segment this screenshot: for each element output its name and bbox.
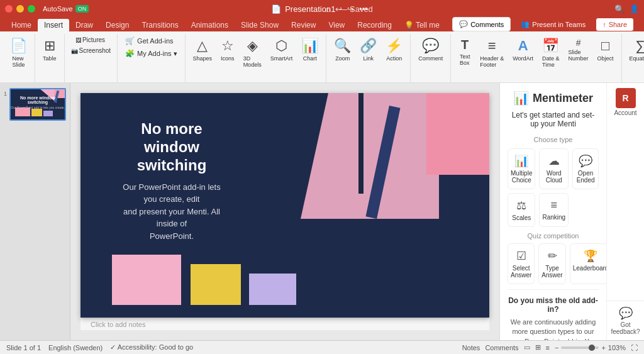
powerpoint-icon: 📄	[271, 4, 281, 14]
saved-status: — Saved	[339, 4, 372, 14]
titlebar-right: 🔍 👤	[614, 4, 639, 14]
3dmodels-button[interactable]: ◈ 3DModels	[240, 35, 265, 70]
view-grid-icon[interactable]: ⊞	[535, 343, 541, 351]
tab-view[interactable]: View	[322, 19, 351, 31]
slide-thumbnail[interactable]: No more window switching Our PowerPoint …	[9, 88, 66, 121]
old-addin-text: We are continuously adding more question…	[508, 318, 599, 340]
menti-quiz-grid: ☑ Select Answer ✏ Type Answer 🏆 Leaderbo…	[508, 243, 599, 284]
close-button[interactable]	[5, 5, 13, 13]
language-status: English (Sweden)	[48, 344, 103, 351]
type-ranking[interactable]: ≡ Ranking	[539, 193, 569, 227]
multiple-choice-icon: 📊	[514, 154, 528, 168]
tab-insert[interactable]: Insert	[38, 19, 69, 31]
icons-button[interactable]: ☆ Icons	[217, 35, 238, 64]
tab-recording[interactable]: Recording	[351, 19, 398, 31]
tab-tellme[interactable]: 💡 Tell me	[398, 19, 446, 31]
my-addins-button[interactable]: 🧩 My Add-ins ▾	[121, 48, 180, 59]
comment-ribbon-icon: 💬	[422, 38, 439, 54]
tab-design[interactable]: Design	[99, 19, 135, 31]
tab-animations[interactable]: Animations	[185, 19, 235, 31]
tab-home[interactable]: Home	[5, 19, 38, 31]
new-slide-button[interactable]: 📄 NewSlide	[6, 35, 31, 70]
comments-status-btn[interactable]: Comments	[485, 344, 518, 351]
titlebar-filename: 📄 Presentation1 — Saved	[271, 4, 373, 14]
links-section: 🔍 Zoom 🔗 Link ⚡ Action	[326, 34, 411, 82]
minimize-button[interactable]	[16, 5, 24, 13]
slide-bar-lavender	[249, 274, 296, 305]
store-icon: 🛒	[125, 36, 135, 45]
zoom-out-icon[interactable]: −	[555, 344, 558, 351]
view-reading-icon[interactable]: ≡	[546, 344, 550, 351]
feedback-label: Gotfeedback?	[611, 321, 640, 335]
wordart-button[interactable]: A WordArt	[509, 35, 537, 64]
chart-button[interactable]: 📊 Chart	[297, 35, 322, 64]
maximize-button[interactable]	[28, 5, 35, 13]
pictures-icon: 🖼	[75, 37, 81, 43]
quiz-select-answer[interactable]: ☑ Select Answer	[508, 243, 535, 284]
quiz-type-answer[interactable]: ✏ Type Answer	[538, 243, 565, 284]
object-button[interactable]: □ Object	[594, 35, 618, 64]
type-scales[interactable]: ⚖ Scales	[508, 193, 535, 227]
autosave-label: AutoSave	[43, 5, 73, 13]
shapes-button[interactable]: △ Shapes	[189, 35, 216, 64]
type-open-ended[interactable]: 💬 Open Ended	[572, 148, 599, 189]
tab-slideshow[interactable]: Slide Show	[235, 19, 285, 31]
slide-decoration-dark-line	[358, 93, 364, 194]
account-avatar[interactable]: R	[616, 88, 636, 108]
filename-text: Presentation1	[285, 4, 335, 14]
slidenumber-icon: #	[576, 38, 581, 48]
old-addin-section: Do you miss the old add-in? We are conti…	[508, 289, 599, 340]
zoom-in-icon[interactable]: +	[601, 344, 605, 351]
comment-button[interactable]: 💬 Comment	[414, 35, 447, 64]
menti-logo: 📊 Mentimeter	[508, 91, 599, 106]
canvas-area[interactable]: No more window switching Our PowerPoint …	[70, 83, 499, 340]
feedback-icon: 💬	[619, 306, 633, 320]
quiz-leaderboard[interactable]: 🏆 Leaderboard	[570, 243, 606, 284]
text-section: T TextBox ≡ Header &Footer A WordArt 📅 D…	[451, 34, 621, 82]
open-ended-icon: 💬	[579, 154, 592, 168]
share-button[interactable]: ↑ Share	[596, 18, 634, 31]
zoom-percent[interactable]: 103%	[608, 344, 626, 351]
comment-section: 💬 Comment	[411, 34, 451, 82]
fit-screen-icon[interactable]: ⛶	[631, 344, 638, 351]
autosave-badge[interactable]: ON	[75, 5, 89, 13]
word-cloud-icon: ☁	[548, 154, 560, 168]
zoom-control[interactable]: − + 103%	[555, 344, 626, 351]
zoom-button[interactable]: 🔍 Zoom	[330, 35, 355, 64]
autosave-control[interactable]: AutoSave ON	[43, 5, 89, 13]
notes-status-btn[interactable]: Notes	[462, 344, 480, 351]
slide-canvas[interactable]: No more window switching Our PowerPoint …	[80, 93, 489, 318]
profile-icon[interactable]: 👤	[630, 4, 639, 13]
search-icon[interactable]: 🔍	[614, 4, 625, 14]
type-multiple-choice[interactable]: 📊 Multiple Choice	[508, 148, 535, 189]
quiz-section-label: Quiz competition	[508, 232, 599, 240]
feedback-section[interactable]: 💬 Gotfeedback?	[606, 301, 644, 340]
screenshot-button[interactable]: 📷 Screenshot	[69, 46, 114, 55]
zoom-icon: 🔍	[334, 38, 351, 54]
table-section: ⊞ Table	[35, 34, 65, 82]
present-in-teams-button[interactable]: 👥 Present in Teams	[514, 18, 592, 31]
smartart-button[interactable]: ⬡ SmartArt	[267, 35, 297, 64]
pictures-button[interactable]: 🖼 Pictures	[69, 35, 113, 45]
tab-transitions[interactable]: Transitions	[135, 19, 184, 31]
notes-placeholder: Click to add notes	[91, 321, 145, 328]
get-addins-button[interactable]: 🛒 Get Add-ins	[121, 35, 177, 47]
type-word-cloud[interactable]: ☁ Word Cloud	[539, 148, 569, 189]
window-controls[interactable]	[5, 5, 35, 13]
table-button[interactable]: ⊞ Table	[39, 35, 60, 64]
equation-button[interactable]: ∑ Equation	[626, 35, 644, 64]
mentimeter-panel: 📊 Mentimeter Let's get started and set-u…	[499, 83, 644, 340]
view-normal-icon[interactable]: ▭	[524, 343, 530, 351]
zoom-slider[interactable]	[561, 346, 599, 349]
notes-bar[interactable]: Click to add notes	[80, 318, 489, 330]
menti-content: 📊 Mentimeter Let's get started and set-u…	[500, 83, 606, 340]
comments-button[interactable]: 💬 Comments	[452, 17, 511, 31]
tab-review[interactable]: Review	[285, 19, 322, 31]
date-time-button[interactable]: 📅 Date &Time	[538, 35, 564, 70]
slide-number-button[interactable]: # SlideNumber	[565, 35, 592, 64]
textbox-button[interactable]: T TextBox	[455, 35, 475, 69]
link-button[interactable]: 🔗 Link	[356, 35, 380, 64]
header-footer-button[interactable]: ≡ Header &Footer	[476, 35, 508, 70]
action-button[interactable]: ⚡ Action	[382, 35, 406, 64]
tab-draw[interactable]: Draw	[69, 19, 99, 31]
